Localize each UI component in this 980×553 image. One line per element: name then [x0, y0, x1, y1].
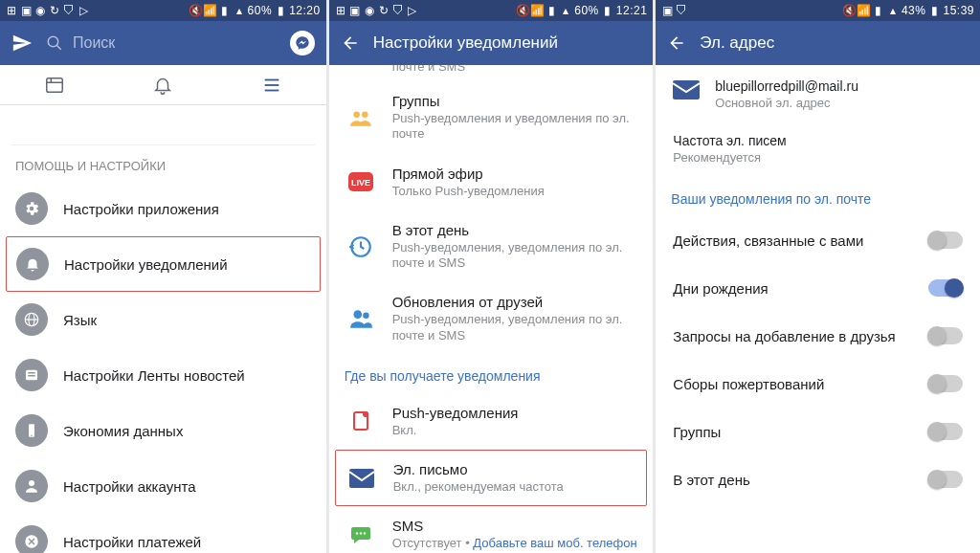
menu-data-saver[interactable]: Экономия данных [0, 403, 326, 458]
truncated-subtext: почте и SMS [329, 65, 654, 81]
gear-icon [15, 192, 48, 225]
search-input[interactable] [73, 34, 277, 52]
email-primary-label: Основной эл. адрес [715, 96, 858, 110]
menu-account-settings[interactable]: Настройки аккаунта [0, 458, 326, 514]
messenger-icon[interactable] [290, 31, 315, 55]
partial-row [11, 105, 315, 145]
svg-point-28 [355, 532, 357, 534]
menu-language[interactable]: Язык [0, 292, 326, 347]
toggle-label: Дни рождения [673, 280, 768, 297]
payment-icon [15, 525, 48, 553]
notif-groups[interactable]: Группы Push-уведомления и уведомления по… [329, 81, 654, 154]
item-sublabel: Только Push-уведомления [392, 184, 638, 199]
item-label: SMS [392, 518, 638, 534]
tab-menu[interactable] [217, 75, 326, 96]
person-icon [15, 470, 48, 502]
sb-battery-icon: ▮ [275, 5, 286, 16]
svg-rect-13 [28, 375, 35, 377]
menu-label: Экономия данных [63, 423, 183, 439]
groups-icon [345, 101, 377, 134]
item-sublabel: Push-уведомления, уведомления по эл. поч… [392, 240, 638, 272]
notif-friend-updates[interactable]: Обновления от друзей Push-уведомления, у… [329, 282, 654, 355]
sb-battery-pct: 60% [574, 4, 599, 17]
menu-label: Язык [63, 312, 97, 328]
back-arrow-icon[interactable] [667, 33, 686, 53]
phone-icon [15, 414, 48, 447]
menu-label: Настройки приложения [63, 201, 219, 217]
notif-live[interactable]: LIVE Прямой эфир Только Push-уведомления [329, 154, 654, 210]
svg-rect-27 [349, 469, 374, 488]
sb-shield-icon: ⛉ [392, 5, 404, 16]
section-your-header: Ваши уведомления по эл. почте [656, 178, 980, 216]
sb-wifi-icon: 📶 [858, 5, 870, 16]
menu-notification-settings[interactable]: Настройки уведомлений [6, 236, 321, 292]
sb-mute-icon: 🔇 [190, 5, 202, 16]
toggle-switch[interactable] [928, 327, 963, 344]
friends-icon [345, 302, 377, 335]
sb-image-icon: ▣ [661, 5, 673, 16]
sb-battery-pct: 43% [902, 4, 926, 17]
sb-sync-icon: ◉ [364, 5, 375, 16]
menu-content: ПОМОЩЬ И НАСТРОЙКИ Настройки приложения … [0, 105, 326, 553]
toggle-label: Действия, связанные с вами [673, 232, 863, 249]
svg-point-29 [359, 532, 361, 534]
sb-play-icon: ▷ [407, 5, 418, 16]
fb-header: Настройки уведомлений [329, 21, 654, 65]
notif-on-this-day[interactable]: В этот день Push-уведомления, уведомлени… [329, 210, 654, 283]
sb-battery-pct: 60% [248, 4, 273, 17]
sms-icon [345, 519, 377, 551]
toggle-actions[interactable]: Действия, связанные с вами [656, 216, 980, 264]
toggle-fundraisers[interactable]: Сборы пожертвований [656, 360, 980, 408]
search-box[interactable] [46, 34, 277, 52]
toggle-switch[interactable] [928, 423, 963, 440]
tab-feed[interactable] [0, 75, 109, 96]
sb-time: 12:21 [616, 4, 648, 17]
freq-label: Частота эл. писем [673, 133, 963, 148]
globe-icon [15, 303, 48, 336]
toggle-switch[interactable] [928, 375, 963, 392]
toggle-label: Сборы пожертвований [673, 376, 824, 392]
menu-payment-settings[interactable]: Настройки платежей [0, 514, 326, 553]
toggle-birthdays[interactable]: Дни рождения [656, 264, 980, 312]
push-icon [345, 405, 377, 437]
toggle-on-this-day[interactable]: В этот день [656, 455, 980, 503]
item-sublabel: Вкл., рекомендуемая частота [393, 479, 637, 495]
menu-label: Настройки уведомлений [64, 256, 228, 273]
back-arrow-icon[interactable] [341, 33, 360, 53]
svg-point-16 [29, 480, 34, 486]
tab-notifications[interactable] [109, 75, 218, 96]
freq-value: Рекомендуется [673, 150, 963, 165]
status-bar: ⊞ ▣ ◉ ↻ ⛉ ▷ 🔇 📶 ▮ ▴ 60% ▮ 12:21 [329, 0, 654, 21]
notif-email[interactable]: Эл. письмо Вкл., рекомендуемая частота [335, 450, 648, 506]
screen-email-settings: ▣ ⛉ 🔇 📶 ▮ ▴ 43% ▮ 15:39 Эл. адрес bluepi… [656, 0, 980, 553]
svg-point-23 [353, 310, 362, 319]
sb-time: 15:39 [943, 4, 974, 17]
toggle-switch[interactable] [928, 279, 963, 297]
toggle-friend-requests[interactable]: Запросы на добавление в друзья [656, 312, 980, 360]
notif-sms[interactable]: SMS Отсутствует • Добавьте ваш моб. теле… [329, 506, 654, 553]
svg-point-30 [363, 532, 365, 534]
svg-point-0 [48, 36, 58, 47]
sb-time: 12:20 [289, 4, 321, 17]
menu-newsfeed-settings[interactable]: Настройки Ленты новостей [0, 347, 326, 403]
toggle-label: Запросы на добавление в друзья [673, 328, 895, 344]
notif-push[interactable]: Push-уведомления Вкл. [329, 393, 654, 450]
tab-bar [0, 65, 326, 105]
svg-point-15 [31, 435, 33, 437]
email-address: bluepillorredpill@mail.ru [715, 78, 858, 94]
sb-battery-icon: ▮ [928, 5, 940, 16]
toggle-switch[interactable] [928, 232, 963, 249]
sb-sim-icon: ▮ [219, 5, 231, 16]
menu-app-settings[interactable]: Настройки приложения [0, 181, 326, 236]
sb-mute-icon: 🔇 [844, 5, 856, 16]
toggle-groups[interactable]: Группы [656, 408, 980, 455]
frequency-row[interactable]: Частота эл. писем Рекомендуется [656, 123, 980, 178]
paper-plane-icon[interactable] [11, 33, 33, 54]
section-where-header: Где вы получаете уведомления [329, 355, 654, 393]
item-sublabel: Отсутствует • Добавьте ваш моб. телефон [392, 536, 638, 551]
item-sublabel: Push-уведомления, уведомления по эл. поч… [392, 312, 638, 343]
screen-notification-settings: ⊞ ▣ ◉ ↻ ⛉ ▷ 🔇 📶 ▮ ▴ 60% ▮ 12:21 Настройк… [329, 0, 654, 553]
email-row[interactable]: bluepillorredpill@mail.ru Основной эл. а… [656, 65, 980, 123]
header-title: Эл. адрес [700, 33, 774, 53]
toggle-switch[interactable] [928, 471, 963, 488]
